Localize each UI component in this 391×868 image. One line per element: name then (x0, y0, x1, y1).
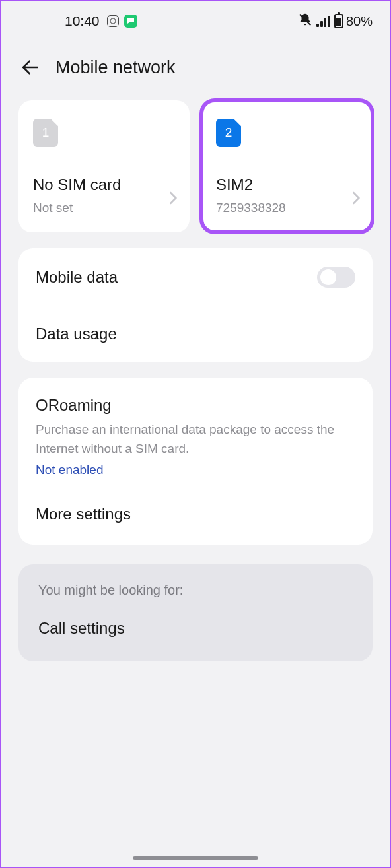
sim-sub: 7259338328 (216, 201, 358, 215)
chevron-right-icon (168, 191, 178, 207)
signal-icon (316, 15, 330, 27)
call-settings-link[interactable]: Call settings (38, 619, 353, 638)
sim-name: No SIM card (33, 176, 175, 194)
more-settings-row[interactable]: More settings (18, 486, 373, 545)
instagram-icon (107, 15, 119, 27)
oroaming-description: Purchase an international data package t… (18, 420, 373, 459)
sim-cards-row: 1 No SIM card Not set 2 SIM2 7259338328 (1, 100, 390, 232)
mobile-data-toggle[interactable] (317, 267, 355, 288)
back-arrow-icon[interactable] (20, 57, 41, 78)
battery-percentage: 80% (346, 14, 373, 29)
home-indicator[interactable] (133, 856, 258, 860)
row-label: More settings (36, 505, 131, 523)
row-label: ORoaming (36, 396, 112, 414)
suggestion-label: You might be looking for: (38, 583, 353, 598)
oroaming-row[interactable]: ORoaming (18, 378, 373, 420)
sim-card-2[interactable]: 2 SIM2 7259338328 (201, 100, 373, 232)
chevron-right-icon (351, 191, 361, 207)
data-usage-row[interactable]: Data usage (18, 306, 373, 362)
status-time: 10:40 (65, 13, 100, 29)
sim-name: SIM2 (216, 176, 358, 194)
page-header: Mobile network (1, 38, 390, 100)
sim-icon: 1 (33, 119, 58, 147)
message-icon (124, 15, 137, 28)
battery-icon (334, 14, 343, 28)
row-label: Mobile data (36, 268, 118, 286)
page-title: Mobile network (55, 57, 176, 78)
mobile-data-row[interactable]: Mobile data (18, 248, 373, 306)
data-section: Mobile data Data usage (18, 248, 373, 362)
sim-card-1[interactable]: 1 No SIM card Not set (18, 100, 190, 232)
oroaming-status: Not enabled (18, 459, 373, 486)
sim-sub: Not set (33, 201, 175, 215)
status-left: 10:40 (18, 13, 137, 29)
notifications-off-icon (298, 13, 312, 30)
roaming-section: ORoaming Purchase an international data … (18, 378, 373, 545)
status-right: 80% (298, 13, 373, 30)
status-bar: 10:40 80% (1, 1, 390, 38)
suggestion-card: You might be looking for: Call settings (18, 564, 373, 661)
row-label: Data usage (36, 325, 117, 343)
sim-icon: 2 (216, 119, 241, 147)
